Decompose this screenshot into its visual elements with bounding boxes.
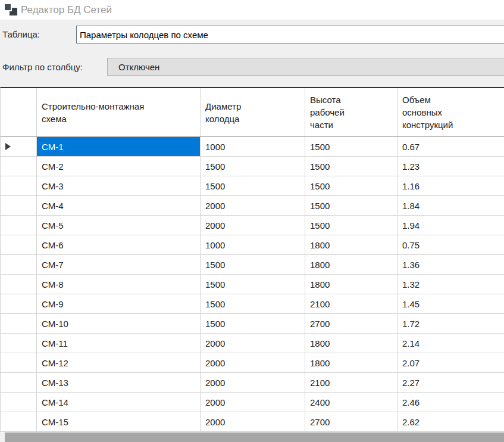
- grid-cell[interactable]: 1.45: [397, 294, 504, 313]
- grid-cell[interactable]: 1500: [201, 255, 305, 274]
- grid-cell[interactable]: 1000: [201, 137, 305, 156]
- table-row: СМ-11200018002.14: [1, 334, 504, 353]
- grid-cell[interactable]: 2400: [305, 393, 397, 412]
- grid-cell[interactable]: 1.32: [397, 275, 504, 294]
- table-row: СМ-13200021002.27: [1, 373, 504, 393]
- grid-cell[interactable]: 1000: [201, 235, 305, 254]
- window-title: Редактор БД Сетей: [21, 4, 112, 16]
- grid-cell[interactable]: 1.72: [397, 314, 504, 333]
- grid-corner-header[interactable]: [1, 88, 37, 136]
- grid-cell[interactable]: СМ-12: [37, 353, 201, 372]
- row-header-cell[interactable]: [1, 412, 37, 431]
- horizontal-scrollbar[interactable]: [0, 432, 504, 442]
- table-row: СМ-7150018001.36: [1, 255, 504, 275]
- grid-cell[interactable]: СМ-9: [37, 294, 201, 313]
- grid-body: СМ-1100015000.67СМ-2150015001.23СМ-31500…: [1, 137, 504, 432]
- grid-cell[interactable]: СМ-8: [37, 275, 201, 294]
- grid-cell[interactable]: 1500: [305, 216, 397, 235]
- table-row: СМ-15200027002.62: [1, 412, 504, 432]
- column-header-diameter[interactable]: Диаметр колодца: [201, 88, 305, 136]
- grid-cell[interactable]: 2.46: [397, 393, 504, 412]
- column-header-height[interactable]: Высота рабочей части: [305, 88, 397, 136]
- row-header-cell[interactable]: [1, 255, 37, 274]
- grid-cell[interactable]: 1500: [201, 275, 305, 294]
- row-header-cell[interactable]: [1, 176, 37, 195]
- grid-cell[interactable]: СМ-3: [37, 176, 201, 195]
- grid-cell[interactable]: СМ-10: [37, 314, 201, 333]
- row-header-cell[interactable]: [1, 294, 37, 313]
- row-header-cell[interactable]: [1, 196, 37, 215]
- grid-cell[interactable]: 2000: [201, 393, 305, 412]
- grid-cell[interactable]: СМ-14: [37, 393, 201, 412]
- grid-cell[interactable]: 2000: [201, 334, 305, 353]
- table-row: СМ-1100015000.67: [1, 137, 504, 157]
- row-header-cell[interactable]: [1, 393, 37, 412]
- grid-cell[interactable]: 1.36: [397, 255, 504, 274]
- grid-header-row: Строительно-монтажная схема Диаметр коло…: [1, 88, 504, 137]
- grid-cell[interactable]: 0.67: [397, 137, 504, 156]
- row-header-cell[interactable]: [1, 137, 37, 156]
- title-bar: Редактор БД Сетей: [0, 0, 504, 20]
- grid-cell[interactable]: 1500: [305, 196, 397, 215]
- filter-label: Фильтр по столбцу:: [2, 62, 83, 72]
- grid-cell[interactable]: 2700: [305, 412, 397, 431]
- table-row: СМ-3150015001.16: [1, 176, 504, 196]
- grid-cell[interactable]: 1.94: [397, 216, 504, 235]
- grid-cell[interactable]: 2.14: [397, 334, 504, 353]
- table-row: СМ-5200015001.94: [1, 216, 504, 235]
- grid-cell[interactable]: 2000: [201, 216, 305, 235]
- row-header-cell[interactable]: [1, 373, 37, 392]
- grid-cell[interactable]: СМ-1: [37, 137, 201, 156]
- row-header-cell[interactable]: [1, 275, 37, 294]
- grid-cell[interactable]: 1800: [305, 275, 397, 294]
- grid-cell[interactable]: 2100: [305, 373, 397, 392]
- row-header-cell[interactable]: [1, 353, 37, 372]
- grid-cell[interactable]: 2000: [201, 196, 305, 215]
- grid-cell[interactable]: 2100: [305, 294, 397, 313]
- grid-cell[interactable]: 2.27: [397, 373, 504, 392]
- horizontal-scrollbar-thumb[interactable]: [5, 432, 504, 442]
- grid-cell[interactable]: 1500: [201, 314, 305, 333]
- grid-cell[interactable]: 2700: [305, 314, 397, 333]
- row-header-cell[interactable]: [1, 334, 37, 353]
- row-header-cell[interactable]: [1, 314, 37, 333]
- grid-cell[interactable]: СМ-2: [37, 157, 201, 176]
- grid-cell[interactable]: 1500: [201, 294, 305, 313]
- filter-select[interactable]: Отключен: [107, 58, 504, 76]
- grid-cell[interactable]: СМ-4: [37, 196, 201, 215]
- grid-cell[interactable]: СМ-11: [37, 334, 201, 353]
- table-row: СМ-8150018001.32: [1, 275, 504, 294]
- table-select[interactable]: Параметры колодцев по схеме: [76, 26, 504, 43]
- column-header-scheme[interactable]: Строительно-монтажная схема: [37, 88, 201, 136]
- column-header-volume[interactable]: Объем основных конструкций: [397, 88, 504, 136]
- row-header-cell[interactable]: [1, 157, 37, 176]
- grid-cell[interactable]: 2.62: [397, 412, 504, 431]
- grid-cell[interactable]: СМ-5: [37, 216, 201, 235]
- row-header-cell[interactable]: [1, 235, 37, 254]
- grid-cell[interactable]: 0.75: [397, 235, 504, 254]
- grid-cell[interactable]: 1500: [305, 157, 397, 176]
- grid-cell[interactable]: 1800: [305, 353, 397, 372]
- grid-cell[interactable]: СМ-6: [37, 235, 201, 254]
- grid-cell[interactable]: 1.23: [397, 157, 504, 176]
- row-header-cell[interactable]: [1, 216, 37, 235]
- grid-cell[interactable]: 1.16: [397, 176, 504, 195]
- table-label: Таблица:: [2, 29, 40, 39]
- grid-cell[interactable]: 2000: [201, 412, 305, 431]
- grid-cell[interactable]: 1800: [305, 235, 397, 254]
- grid-cell[interactable]: 1800: [305, 255, 397, 274]
- grid-cell[interactable]: СМ-13: [37, 373, 201, 392]
- table-row: СМ-9150021001.45: [1, 294, 504, 314]
- grid-cell[interactable]: 2000: [201, 353, 305, 372]
- grid-cell[interactable]: 1500: [201, 176, 305, 195]
- grid-cell[interactable]: 1500: [305, 176, 397, 195]
- table-row: СМ-6100018000.75: [1, 235, 504, 255]
- grid-cell[interactable]: СМ-7: [37, 255, 201, 274]
- grid-cell[interactable]: 2.07: [397, 353, 504, 372]
- grid-cell[interactable]: 1.84: [397, 196, 504, 215]
- grid-cell[interactable]: 2000: [201, 373, 305, 392]
- grid-cell[interactable]: 1800: [305, 334, 397, 353]
- grid-cell[interactable]: СМ-15: [37, 412, 201, 431]
- grid-cell[interactable]: 1500: [201, 157, 305, 176]
- grid-cell[interactable]: 1500: [305, 137, 397, 156]
